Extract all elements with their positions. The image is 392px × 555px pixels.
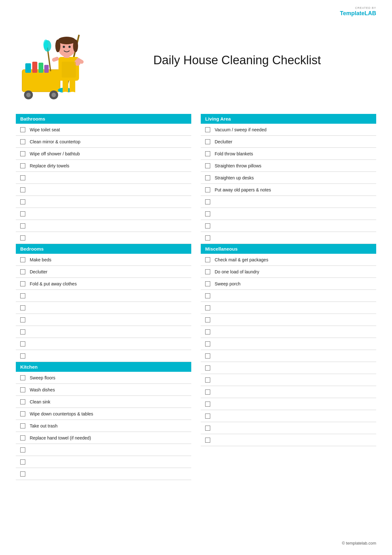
item-text	[30, 341, 31, 346]
svg-point-23	[73, 40, 78, 52]
checkbox[interactable]	[205, 199, 210, 204]
checkbox[interactable]	[20, 281, 25, 286]
checkbox[interactable]	[205, 341, 210, 346]
checklist-item: Fold throw blankets	[201, 148, 376, 160]
item-text	[30, 211, 31, 216]
checkbox[interactable]	[205, 281, 210, 286]
checkbox[interactable]	[205, 438, 210, 443]
item-text	[215, 426, 216, 431]
svg-point-4	[52, 93, 56, 97]
svg-point-24	[63, 46, 65, 48]
checkbox[interactable]	[205, 329, 210, 334]
item-text	[215, 365, 216, 371]
checkbox[interactable]	[20, 471, 25, 477]
item-text	[215, 305, 216, 310]
svg-point-2	[26, 93, 31, 97]
checkbox[interactable]	[205, 414, 210, 419]
checklist-item: Wash dishes	[16, 384, 191, 396]
checkbox[interactable]	[20, 447, 25, 452]
item-text: Put away old papers & notes	[215, 187, 271, 192]
checkbox[interactable]	[205, 235, 210, 240]
svg-rect-7	[39, 63, 43, 73]
checklist-item	[16, 302, 191, 314]
checkbox[interactable]	[205, 402, 210, 407]
section-bathrooms: BathroomsWipe toilet seatClean mirror & …	[16, 114, 191, 244]
checkbox[interactable]	[205, 139, 210, 144]
checklist-item	[16, 338, 191, 350]
checkbox[interactable]	[205, 293, 210, 298]
checkbox[interactable]	[20, 293, 25, 298]
checkbox[interactable]	[205, 223, 210, 228]
checkbox[interactable]	[205, 163, 210, 168]
checkbox[interactable]	[205, 269, 210, 274]
item-text	[30, 459, 31, 465]
item-text: Replace dirty towels	[30, 163, 69, 168]
checkbox[interactable]	[20, 235, 25, 240]
checklist-item: Clean mirror & countertop	[16, 136, 191, 148]
checklist-item	[16, 220, 191, 232]
checkbox[interactable]	[205, 257, 210, 262]
item-text	[215, 223, 216, 228]
checkbox[interactable]	[20, 175, 25, 180]
right-column: Living AreaVacuum / sweep if neededDeclu…	[201, 114, 376, 480]
brand-name: TemplateLAB	[340, 10, 376, 16]
checkbox[interactable]	[20, 329, 25, 334]
item-text	[215, 317, 216, 322]
checkbox[interactable]	[205, 305, 210, 310]
checkbox[interactable]	[20, 317, 25, 322]
checkbox[interactable]	[20, 127, 25, 132]
checklist-item	[201, 338, 376, 350]
item-text	[215, 293, 216, 298]
checkbox[interactable]	[205, 390, 210, 395]
checkbox[interactable]	[20, 375, 25, 380]
checkbox[interactable]	[205, 377, 210, 383]
header-area: Daily House Cleaning Checklist	[16, 16, 376, 104]
checkbox[interactable]	[20, 459, 25, 465]
item-text: Sweep porch	[215, 281, 241, 286]
checkbox[interactable]	[205, 127, 210, 132]
checkbox[interactable]	[20, 211, 25, 216]
item-text: Sweep floors	[30, 375, 55, 380]
checkbox[interactable]	[20, 399, 25, 404]
checkbox[interactable]	[205, 211, 210, 216]
svg-rect-8	[44, 65, 49, 73]
checklist-item	[201, 386, 376, 398]
checkbox[interactable]	[20, 187, 25, 192]
checkbox[interactable]	[205, 187, 210, 192]
checkbox[interactable]	[205, 365, 210, 371]
checkbox[interactable]	[20, 269, 25, 274]
item-text: Wipe down countertops & tables	[30, 411, 93, 416]
logo: CREATED BY TemplateLAB	[340, 6, 376, 17]
checkbox[interactable]	[20, 139, 25, 144]
checkbox[interactable]	[20, 163, 25, 168]
checkbox[interactable]	[205, 151, 210, 156]
checkbox[interactable]	[205, 175, 210, 180]
item-text	[30, 353, 31, 359]
item-text	[215, 211, 216, 216]
checkbox[interactable]	[20, 423, 25, 428]
checkbox[interactable]	[20, 199, 25, 204]
item-text	[30, 175, 31, 180]
checkbox[interactable]	[20, 353, 25, 359]
checkbox[interactable]	[20, 435, 25, 440]
checkbox[interactable]	[20, 341, 25, 346]
checkbox[interactable]	[205, 353, 210, 359]
checkbox[interactable]	[20, 257, 25, 262]
checklist-item: Clean sink	[16, 396, 191, 408]
checkbox[interactable]	[20, 305, 25, 310]
checkbox[interactable]	[20, 411, 25, 416]
item-text: Wipe toilet seat	[30, 127, 60, 132]
item-text: Check mail & get packages	[215, 257, 268, 262]
svg-point-13	[62, 92, 69, 96]
checkbox[interactable]	[20, 151, 25, 156]
checkbox[interactable]	[20, 223, 25, 228]
checkbox[interactable]	[20, 387, 25, 392]
checklist-item	[201, 196, 376, 208]
illustration	[16, 16, 107, 104]
checklist-item: Fold & put away clothes	[16, 278, 191, 290]
checkbox[interactable]	[205, 426, 210, 431]
item-text	[215, 402, 216, 407]
item-text	[215, 341, 216, 346]
checkbox[interactable]	[205, 317, 210, 322]
checklist-item	[201, 232, 376, 244]
